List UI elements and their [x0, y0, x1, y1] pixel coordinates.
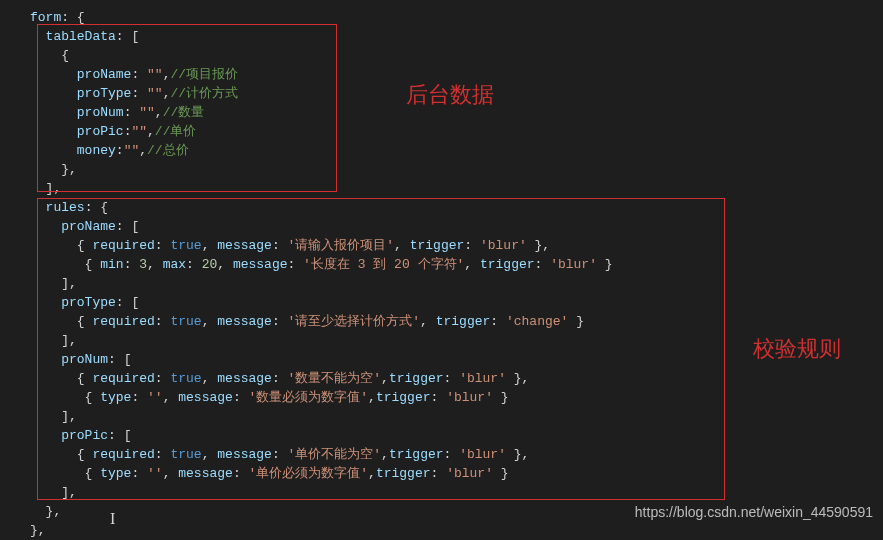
code-token: :: [155, 238, 171, 253]
code-line: { required: true, message: '请输入报价项目', tr…: [30, 236, 883, 255]
code-token: trigger: [389, 447, 444, 462]
code-line: ],: [30, 483, 883, 502]
code-token: ],: [30, 409, 77, 424]
code-token: ],: [30, 485, 77, 500]
code-token: "": [124, 143, 140, 158]
code-token: '请至少选择计价方式': [288, 314, 421, 329]
code-token: "": [147, 86, 163, 101]
code-token: {: [30, 447, 92, 462]
code-token: 'blur': [459, 371, 506, 386]
code-token: trigger: [436, 314, 491, 329]
code-token: message: [217, 371, 272, 386]
code-token: ,: [394, 238, 410, 253]
code-token: required: [92, 447, 154, 462]
code-token: //项目报价: [170, 67, 238, 82]
code-token: :: [131, 86, 147, 101]
code-token: ,: [163, 390, 179, 405]
code-token: ,: [368, 390, 376, 405]
code-token: //计价方式: [170, 86, 238, 101]
code-token: type: [100, 390, 131, 405]
code-line: tableData: [: [30, 27, 883, 46]
code-token: : {: [61, 10, 84, 25]
code-token: ,: [139, 143, 147, 158]
code-line: },: [30, 521, 883, 540]
code-token: tableData: [46, 29, 116, 44]
code-line: { required: true, message: '单价不能为空',trig…: [30, 445, 883, 464]
code-token: message: [178, 390, 233, 405]
code-line: money:"",//总价: [30, 141, 883, 160]
code-token: //单价: [155, 124, 197, 139]
code-token: {: [30, 238, 92, 253]
code-token: [30, 86, 77, 101]
code-token: ,: [381, 371, 389, 386]
code-token: ,: [464, 257, 480, 272]
code-token: [30, 143, 77, 158]
code-token: '请输入报价项目': [288, 238, 395, 253]
code-line: form: {: [30, 8, 883, 27]
code-token: 'blur': [446, 390, 493, 405]
code-token: "": [147, 67, 163, 82]
code-token: :: [431, 466, 447, 481]
code-token: :: [233, 466, 249, 481]
code-token: },: [30, 523, 46, 538]
code-token: 'blur': [480, 238, 527, 253]
code-token: proType: [77, 86, 132, 101]
code-line: },: [30, 160, 883, 179]
code-token: :: [464, 238, 480, 253]
code-token: :: [288, 257, 304, 272]
code-token: ],: [30, 181, 61, 196]
code-token: },: [527, 238, 550, 253]
code-token: required: [92, 314, 154, 329]
code-token: max: [163, 257, 186, 272]
watermark-text: https://blog.csdn.net/weixin_44590591: [635, 504, 873, 520]
code-line: {: [30, 46, 883, 65]
code-token: type: [100, 466, 131, 481]
code-line: proPic:"",//单价: [30, 122, 883, 141]
code-token: },: [506, 447, 529, 462]
code-token: :: [116, 143, 124, 158]
code-token: ,: [155, 105, 163, 120]
code-token: : [: [116, 29, 139, 44]
code-token: :: [444, 371, 460, 386]
code-token: money: [77, 143, 116, 158]
code-token: },: [30, 504, 61, 519]
code-token: : [: [116, 219, 139, 234]
code-token: :: [124, 105, 140, 120]
code-line: { required: true, message: '数量不能为空',trig…: [30, 369, 883, 388]
code-line: proType: [: [30, 293, 883, 312]
code-token: message: [217, 238, 272, 253]
code-token: [30, 428, 61, 443]
code-line: { type: '', message: '单价必须为数字值',trigger:…: [30, 464, 883, 483]
code-token: :: [490, 314, 506, 329]
code-token: '': [147, 390, 163, 405]
code-token: [30, 124, 77, 139]
code-line: rules: {: [30, 198, 883, 217]
code-token: required: [92, 238, 154, 253]
code-token: :: [131, 466, 147, 481]
code-token: ,: [202, 371, 218, 386]
code-token: min: [100, 257, 123, 272]
code-line: { required: true, message: '请至少选择计价方式', …: [30, 312, 883, 331]
code-token: ,: [163, 466, 179, 481]
code-token: :: [272, 314, 288, 329]
code-token: //总价: [147, 143, 189, 158]
code-token: proNum: [77, 105, 124, 120]
code-token: {: [30, 466, 100, 481]
code-token: [30, 295, 61, 310]
code-token: ,: [420, 314, 436, 329]
code-token: ,: [147, 124, 155, 139]
code-token: : [: [108, 352, 131, 367]
code-token: [30, 105, 77, 120]
code-token: message: [217, 447, 272, 462]
code-token: '': [147, 466, 163, 481]
text-cursor-icon: I: [110, 510, 115, 528]
code-token: '长度在 3 到 20 个字符': [303, 257, 464, 272]
code-token: :: [155, 447, 171, 462]
code-token: ,: [368, 466, 376, 481]
code-token: {: [30, 371, 92, 386]
code-token: trigger: [376, 466, 431, 481]
code-token: trigger: [389, 371, 444, 386]
label-validation-rules: 校验规则: [753, 334, 841, 364]
code-token: }: [493, 390, 509, 405]
code-token: //数量: [163, 105, 205, 120]
